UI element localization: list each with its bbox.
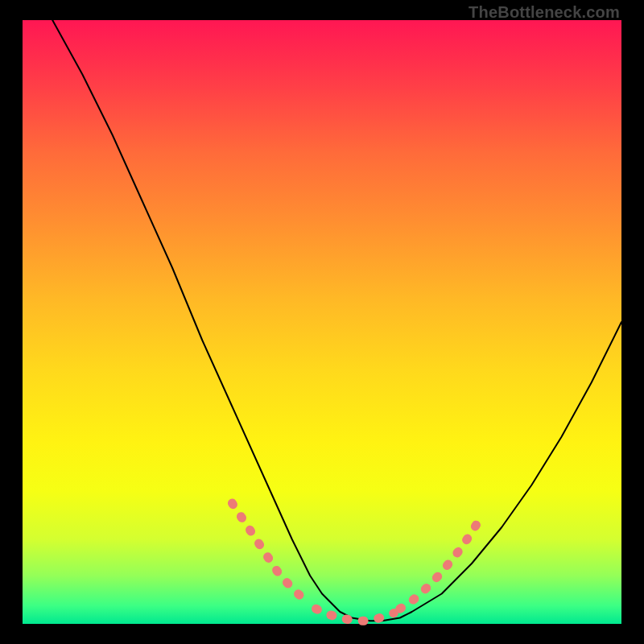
chart-series-group [52,20,621,621]
watermark-text: TheBottleneck.com [469,3,620,22]
chart-svg [23,20,621,624]
curve-line [52,20,621,621]
